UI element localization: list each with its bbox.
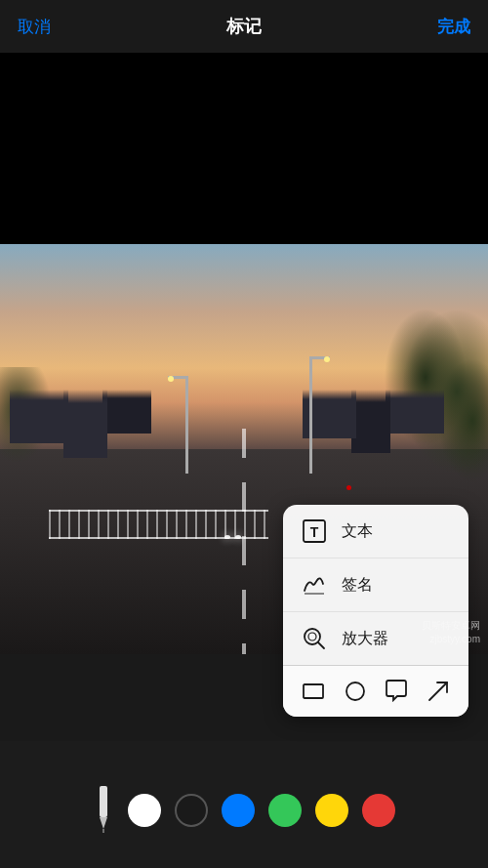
svg-text:T: T <box>310 524 319 540</box>
arrow-icon[interactable] <box>425 678 452 705</box>
text-box-icon: T <box>301 517 328 545</box>
svg-line-8 <box>429 682 447 700</box>
svg-rect-6 <box>304 684 323 698</box>
menu-item-signature-label: 签名 <box>342 575 373 596</box>
color-blue[interactable] <box>222 794 255 827</box>
color-red[interactable] <box>362 794 395 827</box>
menu-item-text[interactable]: T 文本 <box>283 505 468 558</box>
streetlight-right <box>309 356 312 474</box>
rectangle-icon[interactable] <box>300 678 327 705</box>
color-yellow[interactable] <box>315 794 348 827</box>
magnifier-icon <box>301 625 328 652</box>
black-top-area <box>0 53 488 244</box>
menu-item-text-label: 文本 <box>342 521 373 542</box>
shape-row <box>283 666 468 717</box>
speech-bubble-icon[interactable] <box>383 678 410 705</box>
svg-point-7 <box>346 682 364 700</box>
bottom-toolbar <box>0 741 488 868</box>
cancel-button[interactable]: 取消 <box>18 16 51 38</box>
svg-rect-9 <box>100 786 107 817</box>
top-bar: 取消 标记 完成 <box>0 0 488 53</box>
color-white[interactable] <box>128 794 161 827</box>
circle-icon[interactable] <box>342 678 369 705</box>
traffic-light <box>346 485 351 490</box>
buildings <box>0 390 488 477</box>
menu-item-magnifier-label: 放大器 <box>342 629 388 649</box>
color-row <box>128 794 395 827</box>
color-black[interactable] <box>175 794 208 827</box>
done-button[interactable]: 完成 <box>437 16 470 38</box>
page-title: 标记 <box>226 15 262 38</box>
menu-item-signature[interactable]: 签名 <box>283 558 468 612</box>
pen-color-row <box>93 786 395 837</box>
signature-icon <box>301 571 328 599</box>
svg-point-4 <box>308 633 316 641</box>
menu-item-magnifier[interactable]: 放大器 <box>283 612 468 665</box>
svg-marker-10 <box>100 817 107 829</box>
color-green[interactable] <box>268 794 302 827</box>
svg-line-5 <box>318 642 324 648</box>
streetlight-left <box>185 376 188 474</box>
car-headlights <box>224 535 241 539</box>
popup-menu: T 文本 签名 放大器 <box>283 505 468 717</box>
pen-tool[interactable] <box>93 786 114 835</box>
